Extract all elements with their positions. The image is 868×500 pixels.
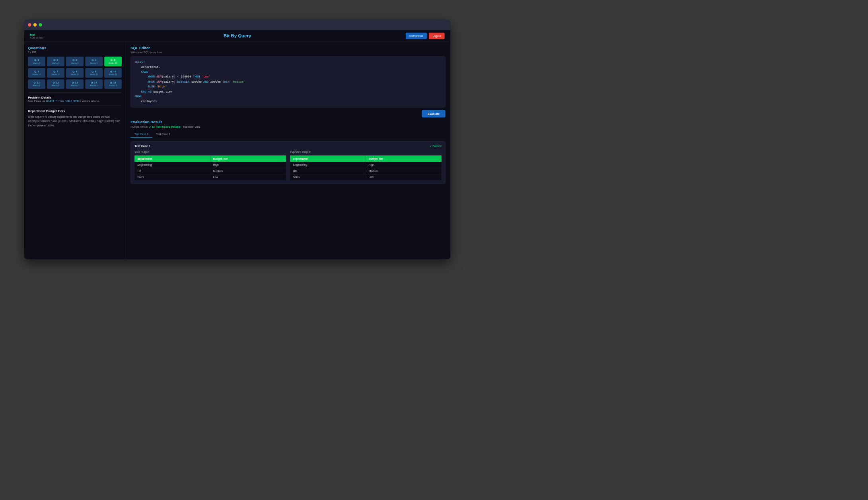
table-row: EngineeringHigh <box>134 162 286 168</box>
instructions-button[interactable]: Instructions <box>406 33 427 39</box>
test-case-name: Test Case 1 <box>134 145 150 148</box>
question-btn-q2[interactable]: Q. 2Marks 8 <box>47 57 64 66</box>
sql-editor-subtitle: Write your SQL query here <box>130 51 445 54</box>
table-header-department: department <box>134 155 210 162</box>
problem-details-title: Problem Details <box>28 96 122 99</box>
table-cell: High <box>210 162 286 168</box>
divider <box>28 92 122 93</box>
table-header-budget_tier: budget_tier <box>210 155 286 162</box>
table-row: HRMedium <box>134 168 286 174</box>
table-cell: Low <box>210 174 286 180</box>
header-left: test ACM ID: test <box>30 33 43 39</box>
table-header-department: department <box>290 155 366 162</box>
output-section: Your Output: departmentbudget_tierEngine… <box>134 151 442 180</box>
question-btn-q14[interactable]: Q. 14Marks 8 <box>85 79 103 89</box>
traffic-lights <box>28 23 42 26</box>
question-btn-q3[interactable]: Q. 3Marks 8 <box>66 57 84 66</box>
your-output-block: Your Output: departmentbudget_tierEngine… <box>134 151 286 180</box>
test-case-status: ✓ Passed <box>430 145 442 148</box>
question-btn-q10[interactable]: Q. 10Marks 10 <box>104 68 122 78</box>
test-tab-test-case 2[interactable]: Test Case 2 <box>152 131 174 138</box>
questions-title: Questions <box>28 46 122 50</box>
question-btn-q11[interactable]: Q. 11Marks 6 <box>28 79 45 89</box>
logout-button[interactable]: Logout <box>429 33 444 39</box>
test-case-header: Test Case 1 ✓ Passed <box>134 145 442 148</box>
expected-output-table: departmentbudget_tierEngineeringHighHRMe… <box>290 155 442 180</box>
duration: Duration: 2ms <box>183 126 200 129</box>
table-cell: High <box>366 162 442 168</box>
divider2 <box>28 106 122 106</box>
table-cell: Low <box>366 174 442 180</box>
sql-editor-title: SQL Editor <box>130 46 445 50</box>
maximize-button[interactable] <box>39 23 42 26</box>
test-tabs: Test Case 1Test Case 2 <box>130 131 445 138</box>
problem-name: Department Budget Tiers <box>28 109 122 113</box>
evaluate-button[interactable]: Evaluate <box>422 110 446 118</box>
expected-output-label: Expected Output: <box>290 151 442 154</box>
acm-id: ACM ID: test <box>30 36 43 39</box>
table-cell: Engineering <box>290 162 366 168</box>
question-btn-q7[interactable]: Q. 7Marks 10 <box>47 68 64 78</box>
titlebar <box>24 19 450 30</box>
question-grid-row1: Q. 1Marks 8Q. 2Marks 8Q. 3Marks 8Q. 4Mar… <box>28 57 122 89</box>
question-btn-q15[interactable]: Q. 15Marks 8 <box>104 79 122 89</box>
main-content: Questions 7 / 102 Q. 1Marks 8Q. 2Marks 8… <box>24 42 450 259</box>
evaluate-row: Evaluate <box>130 110 445 118</box>
sidebar: Questions 7 / 102 Q. 1Marks 8Q. 2Marks 8… <box>24 42 126 259</box>
question-btn-q4[interactable]: Q. 4Marks 8 <box>85 57 103 66</box>
question-btn-q1[interactable]: Q. 1Marks 8 <box>28 57 45 66</box>
code-editor[interactable]: SELECT department, CASE WHEN SUM(salary)… <box>130 56 445 108</box>
questions-count: 7 / 102 <box>28 51 122 54</box>
problem-note: Note: Please use SELECT * from TABLE_NAM… <box>28 100 122 103</box>
overall-passed: ✓ All Test Cases Passed <box>149 126 180 129</box>
question-btn-q13[interactable]: Q. 13Marks 6 <box>66 79 84 89</box>
minimize-button[interactable] <box>33 23 37 26</box>
question-btn-q5[interactable]: Q. 5Marks 10 <box>104 57 122 66</box>
table-row: EngineeringHigh <box>290 162 442 168</box>
table-cell: Sales <box>134 174 210 180</box>
app-title: Bit By Query <box>224 33 251 39</box>
username: test <box>30 33 43 36</box>
table-cell: Medium <box>210 168 286 174</box>
editor-panel: SQL Editor Write your SQL query here SEL… <box>126 42 450 259</box>
table-cell: Sales <box>290 174 366 180</box>
table-cell: HR <box>134 168 210 174</box>
question-btn-q8[interactable]: Q. 8Marks 10 <box>66 68 84 78</box>
overall-label: Overall Result: <box>130 126 148 129</box>
eval-overall: Overall Result: ✓ All Test Cases Passed … <box>130 126 445 129</box>
table-cell: Engineering <box>134 162 210 168</box>
expected-output-block: Expected Output: departmentbudget_tierEn… <box>290 151 442 180</box>
header-actions: Instructions Logout <box>406 33 445 39</box>
header: test ACM ID: test Bit By Query Instructi… <box>24 30 450 42</box>
table-cell: Medium <box>366 168 442 174</box>
table-row: SalesLow <box>134 174 286 180</box>
your-output-label: Your Output: <box>134 151 286 154</box>
app-body: test ACM ID: test Bit By Query Instructi… <box>24 30 450 259</box>
question-btn-q6[interactable]: Q. 6Marks 10 <box>28 68 45 78</box>
problem-description: Write a query to classify departments in… <box>28 115 122 128</box>
question-btn-q9[interactable]: Q. 9Marks 10 <box>85 68 103 78</box>
test-case-card: Test Case 1 ✓ Passed Your Output: depart… <box>130 141 445 184</box>
table-row: SalesLow <box>290 174 442 180</box>
table-header-budget_tier: budget_tier <box>366 155 442 162</box>
table-row: HRMedium <box>290 168 442 174</box>
your-output-table: departmentbudget_tierEngineeringHighHRMe… <box>134 155 286 180</box>
close-button[interactable] <box>28 23 31 26</box>
test-tab-test-case 1[interactable]: Test Case 1 <box>130 131 152 138</box>
app-window: test ACM ID: test Bit By Query Instructi… <box>24 19 450 259</box>
eval-title: Evaluation Result <box>130 120 445 124</box>
question-btn-q12[interactable]: Q. 12Marks 6 <box>47 79 64 89</box>
table-cell: HR <box>290 168 366 174</box>
